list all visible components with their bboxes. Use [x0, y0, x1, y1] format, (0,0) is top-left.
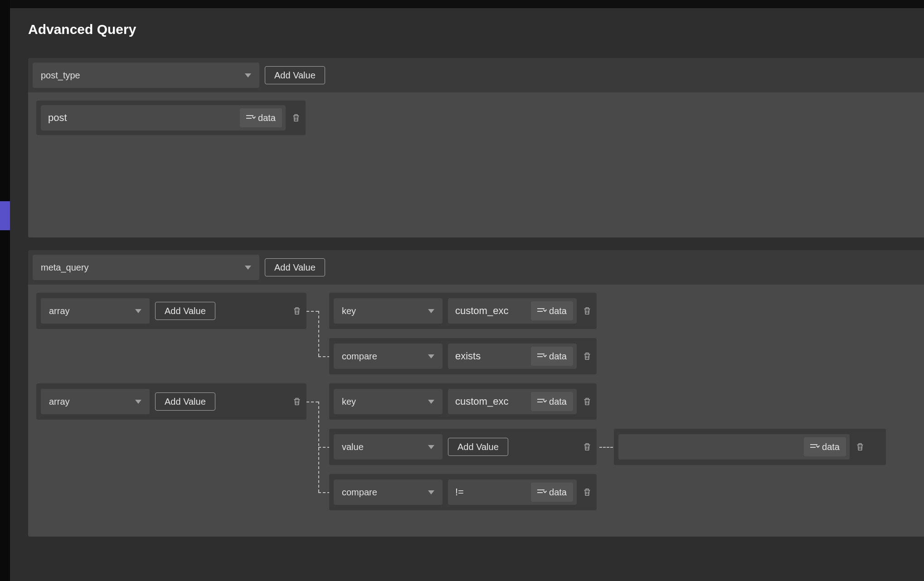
data-icon	[537, 489, 545, 496]
query-section-post-type: post_type Add Value data	[28, 58, 924, 237]
key-select[interactable]: key	[334, 298, 443, 324]
add-value-button[interactable]: Add Value	[155, 392, 215, 411]
connector	[318, 356, 330, 357]
value-input-wrap: data	[448, 298, 577, 324]
section-header: meta_query Add Value	[28, 250, 924, 285]
value-input[interactable]	[455, 305, 526, 317]
param-select-label: meta_query	[41, 262, 89, 273]
value-input-wrap: data	[448, 344, 577, 369]
value-input[interactable]	[626, 441, 799, 453]
data-icon	[246, 114, 254, 121]
section-body: data	[28, 92, 924, 237]
chevron-down-icon	[428, 309, 434, 313]
array-type-select[interactable]: array	[41, 298, 150, 324]
kv-row: value Add Value	[329, 429, 597, 465]
sidebar-active-indicator	[0, 201, 10, 230]
value-input-wrap: data	[618, 434, 850, 460]
data-icon	[810, 443, 818, 450]
delete-icon[interactable]	[582, 396, 592, 407]
query-section-meta-query: meta_query Add Value	[28, 250, 924, 537]
data-chip[interactable]: data	[240, 108, 282, 127]
key-select[interactable]: compare	[334, 479, 443, 505]
value-input[interactable]	[455, 486, 526, 498]
value-row: data	[36, 101, 306, 135]
chevron-down-icon	[135, 400, 141, 404]
data-chip[interactable]: data	[531, 392, 573, 411]
add-value-button[interactable]: Add Value	[155, 302, 215, 320]
delete-icon[interactable]	[582, 350, 592, 362]
sidebar-sliver	[0, 0, 10, 581]
chevron-down-icon	[245, 73, 251, 77]
chevron-down-icon	[245, 266, 251, 270]
chevron-down-icon	[428, 445, 434, 449]
connector	[318, 492, 330, 493]
data-chip[interactable]: data	[531, 347, 573, 366]
key-select[interactable]: compare	[334, 344, 443, 369]
data-icon	[537, 353, 545, 360]
data-icon	[537, 307, 545, 315]
array-type-select[interactable]: array	[41, 389, 150, 414]
array-block: array Add Value	[36, 383, 306, 420]
kv-row: compare data	[329, 338, 597, 374]
value-input[interactable]	[48, 112, 235, 124]
section-header: post_type Add Value	[28, 58, 924, 92]
param-select[interactable]: post_type	[33, 63, 259, 88]
delete-icon[interactable]	[292, 396, 302, 407]
value-input-wrap: data	[448, 479, 577, 505]
add-value-button[interactable]: Add Value	[448, 438, 508, 456]
value-input[interactable]	[455, 350, 526, 362]
data-chip[interactable]: data	[531, 301, 573, 320]
add-value-button[interactable]: Add Value	[265, 258, 325, 276]
connector	[306, 311, 318, 312]
delete-icon[interactable]	[291, 112, 301, 124]
nested-value-row: data	[614, 429, 886, 465]
data-icon	[537, 398, 545, 405]
connector	[306, 402, 318, 402]
panel-title: Advanced Query	[28, 22, 924, 37]
param-select[interactable]: meta_query	[33, 255, 259, 280]
delete-icon[interactable]	[582, 441, 592, 453]
connector	[599, 447, 613, 448]
meta-query-body: array Add Value key	[28, 285, 924, 537]
data-chip[interactable]: data	[531, 483, 573, 502]
param-select-label: post_type	[41, 70, 80, 81]
chevron-down-icon	[428, 490, 434, 494]
kv-row: compare data	[329, 474, 597, 510]
connector	[318, 447, 330, 448]
value-input-wrap: data	[448, 389, 577, 414]
delete-icon[interactable]	[292, 305, 302, 317]
value-input[interactable]	[455, 396, 526, 407]
chevron-down-icon	[135, 309, 141, 313]
delete-icon[interactable]	[855, 441, 865, 453]
value-input-wrap: data	[41, 105, 286, 131]
add-value-button[interactable]: Add Value	[265, 66, 325, 84]
kv-row: key data	[329, 293, 597, 329]
connector	[318, 311, 319, 356]
delete-icon[interactable]	[582, 486, 592, 498]
delete-icon[interactable]	[582, 305, 592, 317]
advanced-query-panel: Advanced Query post_type Add Value	[10, 8, 924, 581]
key-select[interactable]: key	[334, 389, 443, 414]
kv-row: key data	[329, 383, 597, 420]
chevron-down-icon	[428, 400, 434, 404]
chevron-down-icon	[428, 354, 434, 358]
data-chip[interactable]: data	[804, 437, 846, 456]
array-block: array Add Value	[36, 293, 306, 329]
key-select[interactable]: value	[334, 434, 443, 460]
